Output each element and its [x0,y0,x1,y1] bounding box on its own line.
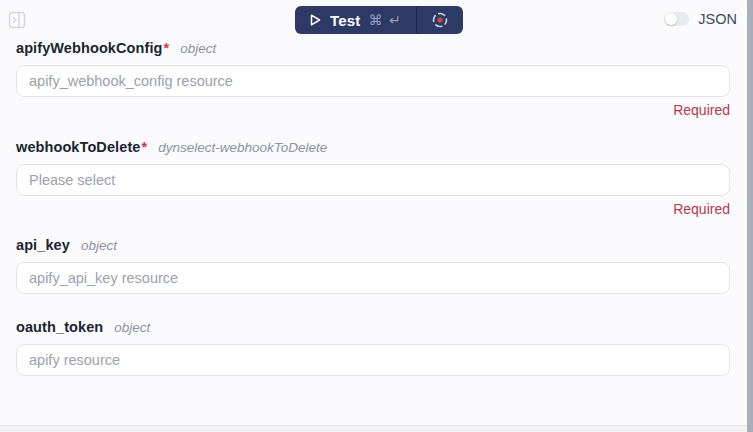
test-button-label: Test [330,12,361,29]
test-button[interactable]: Test ⌘ ↵ [295,6,416,34]
panel-toggle-button[interactable] [8,11,26,29]
json-toggle-label: JSON [698,11,737,27]
field-name: api_key [16,237,70,253]
json-toggle-group: JSON [664,11,737,27]
field-type-label: object [114,320,150,335]
webhook-to-delete-select[interactable] [16,164,730,196]
api-key-input[interactable] [16,262,730,294]
required-asterisk: * [164,40,170,56]
focus-panel-button[interactable] [417,6,463,34]
apify-webhook-config-input[interactable] [16,65,730,97]
field-name: apifyWebhookConfig [16,40,163,56]
field-name: oauth_token [16,319,103,335]
bottom-panel-edge [0,425,753,432]
field-name: webhookToDelete [16,139,141,155]
field-group-apifyWebhookConfig: apifyWebhookConfig * object Required [16,40,730,118]
field-type-label: object [81,238,117,253]
scrollbar-thumb[interactable] [747,0,753,432]
panel-right-expand-icon [8,11,26,29]
required-hint: Required [16,102,730,118]
field-group-api-key: api_key object [16,237,730,294]
field-label-row: oauth_token object [16,319,730,335]
field-label-row: webhookToDelete * dynselect-webhookToDel… [16,139,730,155]
required-asterisk: * [142,139,148,155]
field-type-label: dynselect-webhookToDelete [158,140,327,155]
field-label-row: apifyWebhookConfig * object [16,40,730,56]
field-label-row: api_key object [16,237,730,253]
field-type-label: object [180,41,216,56]
required-hint: Required [16,201,730,217]
oauth-token-input[interactable] [16,344,730,376]
test-button-group: Test ⌘ ↵ [295,6,463,34]
field-group-oauth-token: oauth_token object [16,319,730,376]
focus-target-icon [431,11,449,29]
play-icon [308,13,322,27]
json-toggle-switch[interactable] [664,12,689,26]
toggle-knob [665,13,677,25]
field-group-webhookToDelete: webhookToDelete * dynselect-webhookToDel… [16,139,730,217]
test-shortcut-hint: ⌘ ↵ [369,12,402,28]
